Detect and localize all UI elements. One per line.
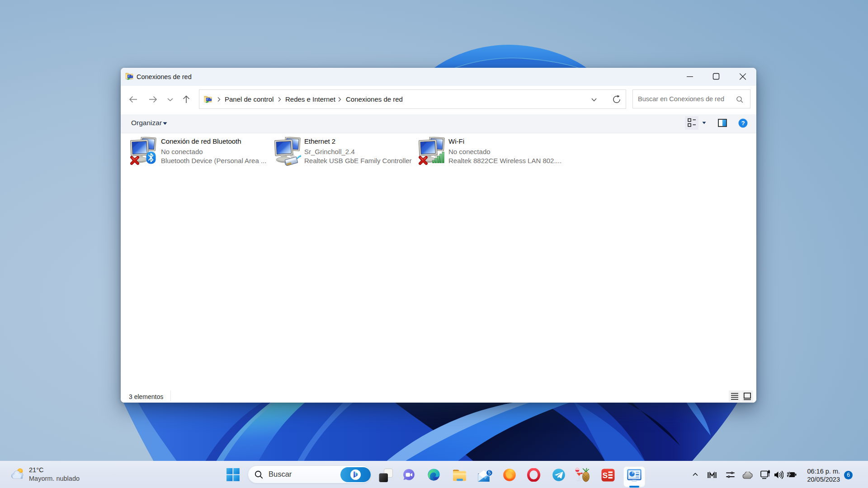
svg-text:?: ? (741, 120, 745, 127)
svg-text:5: 5 (488, 470, 491, 475)
svg-text:S: S (603, 471, 608, 480)
